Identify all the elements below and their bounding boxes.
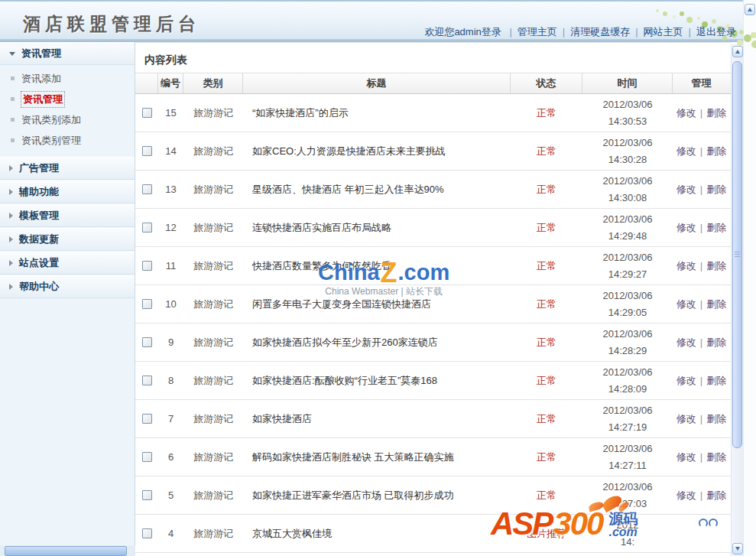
header-cell-3: 标题 (243, 73, 511, 93)
status-cell: 正常 (511, 438, 582, 476)
status-cell: 正常 (511, 171, 582, 208)
swirl-icon (699, 519, 722, 526)
manage-separator: | (700, 375, 702, 386)
delete-link[interactable]: 删除 (706, 183, 726, 197)
sidebar-horizontal-scrollbar[interactable] (0, 545, 135, 556)
top-nav-link-4[interactable]: 退出登录 (696, 26, 736, 37)
delete-link[interactable]: 删除 (706, 450, 726, 464)
delete-link[interactable]: 删除 (706, 145, 726, 158)
row-checkbox[interactable] (142, 108, 152, 118)
edit-link[interactable]: 修改 (677, 489, 696, 502)
edit-link[interactable]: 修改 (677, 259, 696, 273)
checkbox-cell (135, 553, 158, 556)
delete-link[interactable]: 删除 (706, 298, 726, 311)
bullet-icon (11, 97, 15, 101)
edit-link[interactable]: 修改 (677, 221, 696, 235)
status-cell: 正常 (511, 247, 582, 285)
manage-separator: | (700, 107, 702, 119)
row-checkbox[interactable] (142, 490, 152, 500)
edit-link[interactable]: 修改 (677, 106, 696, 120)
delete-link[interactable]: 删除 (706, 259, 726, 273)
sidebar-item-1-3[interactable]: 资讯类别添加 (0, 109, 135, 130)
sidebar-section-6[interactable]: 站点设置 (0, 252, 135, 275)
checkbox-cell (135, 362, 158, 399)
title-cell: 如家快捷酒店 (243, 400, 511, 437)
time-cell: 2012/03/0614:27:19 (582, 400, 673, 437)
time-clock: 14:29:05 (608, 304, 647, 321)
row-checkbox[interactable] (142, 261, 152, 271)
sidebar-item-label: 资讯管理 (21, 92, 64, 107)
time-cell: 2012/03/0614:29:05 (582, 285, 673, 323)
sidebar-section-label: 广告管理 (19, 158, 59, 179)
time-clock: 14:27:19 (608, 419, 647, 436)
sidebar-section-label: 数据更新 (19, 229, 59, 250)
content-scrollbar[interactable] (731, 44, 743, 556)
scroll-up-button[interactable] (732, 46, 743, 57)
checkbox-cell (135, 476, 158, 514)
top-nav-link-2[interactable]: 清理硬盘缓存 (570, 26, 630, 37)
delete-link[interactable]: 删除 (706, 336, 726, 350)
edit-link[interactable]: 修改 (677, 336, 696, 350)
id-cell (158, 553, 183, 556)
table-row: 13旅游游记星级酒店、快捷酒店 年初三起入住率达90%正常2012/03/061… (135, 171, 732, 209)
row-checkbox[interactable] (142, 414, 152, 424)
edit-link[interactable]: 修改 (677, 450, 696, 464)
row-checkbox[interactable] (142, 337, 152, 347)
page-scroll-up-button[interactable] (745, 4, 755, 15)
top-nav-link-1[interactable]: 管理主页 (518, 26, 557, 37)
top-nav-link-3[interactable]: 网站主页 (644, 26, 683, 37)
delete-link[interactable]: 删除 (706, 374, 726, 388)
edit-link[interactable]: 修改 (677, 183, 696, 197)
chinaz-logo-text: ChinaZ.com (318, 261, 449, 285)
manage-separator: | (700, 337, 702, 348)
sidebar-item-1-1[interactable]: 资讯添加 (0, 68, 135, 89)
sidebar-item-1-4[interactable]: 资讯类别管理 (0, 130, 135, 151)
time-date: 2012/03/06 (602, 441, 652, 457)
sidebar-section-4[interactable]: 模板管理 (0, 204, 135, 227)
top-nav: 欢迎您admin登录 |管理主页|清理硬盘缓存|网站主页|退出登录 (424, 25, 736, 39)
manage-cell (673, 553, 730, 556)
time-cell: 2012/03/0614:30:28 (582, 132, 673, 170)
delete-link[interactable]: 删除 (706, 489, 726, 502)
scrollbar-thumb[interactable] (732, 61, 742, 448)
sidebar-section-1[interactable]: 资讯管理 (0, 42, 135, 65)
row-checkbox[interactable] (142, 146, 152, 156)
table-row: 7旅游游记如家快捷酒店正常2012/03/0614:27:19修改|删除 (135, 400, 732, 438)
title-cell: “如家快捷酒店”的启示 (243, 94, 511, 132)
time-date: 2012/03/06 (602, 135, 652, 151)
manage-cell: 修改|删除 (673, 94, 730, 132)
triangle-expanded-icon (9, 52, 15, 56)
edit-link[interactable]: 修改 (677, 374, 696, 388)
delete-link[interactable]: 删除 (706, 221, 726, 235)
nav-separator: | (563, 26, 565, 37)
edit-link[interactable]: 修改 (677, 145, 696, 158)
row-checkbox[interactable] (142, 528, 152, 538)
row-checkbox[interactable] (142, 184, 152, 194)
sidebar-section-7[interactable]: 帮助中心 (0, 275, 135, 298)
edit-link[interactable]: 修改 (677, 298, 696, 311)
horizontal-scrollbar-thumb[interactable] (5, 546, 127, 556)
sidebar-item-1-2[interactable]: 资讯管理 (0, 89, 135, 109)
page-scrollbar[interactable] (743, 0, 756, 556)
delete-link[interactable]: 删除 (706, 412, 726, 426)
row-checkbox[interactable] (142, 299, 152, 309)
asp300-com-text: .com (608, 525, 638, 538)
sidebar: 资讯管理资讯添加资讯管理资讯类别添加资讯类别管理广告管理辅助功能模板管理数据更新… (0, 42, 135, 556)
scroll-down-button[interactable] (732, 543, 743, 554)
edit-link[interactable]: 修改 (677, 412, 696, 426)
row-checkbox[interactable] (142, 452, 152, 462)
sidebar-section-5[interactable]: 数据更新 (0, 228, 135, 251)
sidebar-section-3[interactable]: 辅助功能 (0, 180, 135, 203)
manage-separator: | (700, 184, 702, 195)
manage-cell: 修改|删除 (673, 171, 730, 208)
manage-cell: 修改|删除 (673, 209, 730, 246)
manage-separator: | (700, 298, 702, 310)
chevron-down-icon (735, 547, 740, 551)
time-clock: 14:29:48 (608, 228, 647, 245)
row-checkbox[interactable] (142, 223, 152, 232)
sidebar-section-2[interactable]: 广告管理 (0, 157, 135, 180)
id-cell: 13 (158, 171, 183, 208)
delete-link[interactable]: 删除 (706, 106, 726, 120)
decorative-dots (0, 2, 3, 5)
row-checkbox[interactable] (142, 376, 152, 385)
